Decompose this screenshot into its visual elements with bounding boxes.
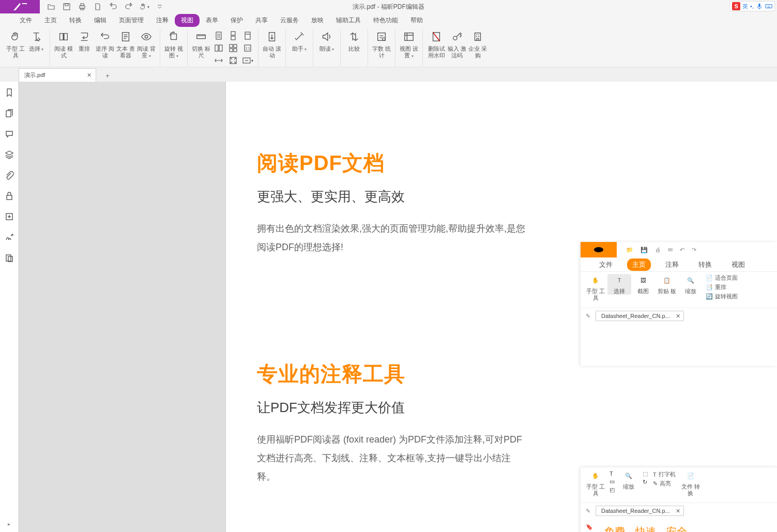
close-tab-icon[interactable]: ✕ [85, 71, 93, 79]
text-select-icon: T [613, 274, 626, 286]
zoom-icon: 🔍 [684, 274, 697, 286]
attachments-icon[interactable] [4, 170, 15, 181]
svg-rect-25 [378, 33, 386, 41]
enterprise-button[interactable]: 企业 采购 [467, 29, 488, 65]
view-settings-button[interactable]: 视图 设置 [399, 29, 419, 65]
menu-共享[interactable]: 共享 [249, 14, 274, 27]
svg-point-36 [594, 247, 603, 252]
security-icon[interactable] [4, 190, 15, 202]
qat-customize-icon[interactable] [155, 2, 165, 12]
signatures-icon[interactable] [4, 232, 15, 243]
reflow-icon [78, 30, 91, 43]
menu-辅助工具[interactable]: 辅助工具 [330, 14, 367, 27]
word-count-button[interactable]: 字数 统计 [371, 29, 392, 65]
remove-trial-watermark-button[interactable]: 删除试 用水印 [426, 29, 447, 65]
new-tab-button[interactable]: ＋ [101, 69, 114, 82]
inset1-menu-主页: 主页 [627, 259, 651, 271]
menu-编辑[interactable]: 编辑 [88, 14, 113, 27]
new-doc-icon[interactable] [93, 2, 103, 12]
reverse-read-button[interactable]: 逆序 阅读 [95, 29, 115, 65]
menu-特色功能[interactable]: 特色功能 [367, 14, 404, 27]
hand-tool-button[interactable]: 手型 工具 [5, 29, 26, 65]
read-background-button[interactable]: 阅读 背景 [136, 29, 157, 65]
inset1-clipboard-button: 📋剪贴 板 [655, 274, 679, 295]
open-icon[interactable] [46, 2, 56, 12]
menu-表单[interactable]: 表单 [200, 14, 224, 27]
hand-dropdown-icon[interactable]: ▾ [139, 2, 149, 12]
read-aloud-button[interactable]: 朗读 [316, 29, 337, 65]
comments-icon[interactable] [4, 128, 15, 140]
toggle-ruler-button[interactable]: 切换 标尺 [191, 29, 211, 65]
fields-icon[interactable] [4, 211, 15, 222]
fit-visible-button[interactable]: ▾ [240, 55, 255, 66]
inset1-logo [581, 242, 617, 257]
page-single-button[interactable] [211, 30, 226, 41]
inset1-zoom-button: 🔍缩放 [679, 274, 703, 295]
menu-转换[interactable]: 转换 [63, 14, 88, 27]
fit-page-button[interactable] [226, 55, 240, 66]
menu-保护[interactable]: 保护 [224, 14, 249, 27]
wordcount-icon [375, 30, 388, 43]
pages-icon[interactable] [4, 108, 15, 119]
ribbon: 手型 工具 选择 阅读 模式 重排 逆序 阅读 文本 查看器 阅读 背景 旋转 … [0, 27, 777, 67]
fit-width-button[interactable] [211, 55, 226, 66]
menu-注释[interactable]: 注释 [150, 14, 175, 27]
inset1-reflow: 📑 重排 [706, 283, 738, 291]
svg-point-7 [145, 35, 148, 38]
menu-帮助[interactable]: 帮助 [404, 14, 429, 27]
menu-主页[interactable]: 主页 [38, 14, 63, 27]
inset1-menubar: 文件主页注释转换视图 [581, 257, 777, 272]
document-viewport[interactable]: 阅读PDF文档 更强大、更实用、更高效 拥有出色的文档渲染效果,强大的页面管理功… [19, 82, 777, 532]
app-logo [0, 0, 40, 13]
redo-icon[interactable] [124, 2, 134, 12]
svg-rect-27 [405, 33, 414, 41]
menu-文件[interactable]: 文件 [13, 14, 38, 27]
save-icon[interactable] [62, 2, 72, 12]
svg-rect-16 [234, 44, 237, 48]
actual-size-button[interactable]: 1:1 [240, 42, 255, 54]
close-icon: ✕ [676, 313, 680, 320]
assistant-button[interactable]: 助手 [289, 29, 310, 65]
wand-icon [293, 30, 306, 43]
doc-convert-icon: 📄 [684, 469, 697, 482]
zoom-icon: 🔍 [622, 469, 635, 482]
select-tool-button[interactable]: 选择 [26, 29, 47, 65]
svg-rect-20 [245, 32, 250, 39]
print-icon[interactable] [77, 2, 87, 12]
articles-icon[interactable] [4, 252, 15, 264]
svg-rect-17 [230, 49, 233, 52]
menu-云服务[interactable]: 云服务 [274, 14, 305, 27]
read-mode-button[interactable]: 阅读 模式 [53, 29, 74, 65]
clipboard-icon: 📋 [661, 274, 673, 286]
ime-indicator[interactable]: S 英 •, [729, 1, 775, 11]
compare-button[interactable]: 比较 [344, 29, 364, 65]
auto-scroll-button[interactable]: 自动 滚动 [262, 29, 282, 65]
inset1-snapshot-button: 🖼截图 [631, 274, 655, 295]
svg-rect-32 [7, 195, 12, 200]
bookmarks-icon[interactable] [4, 87, 15, 98]
panel-collapse-icon[interactable]: ▸ [8, 521, 10, 527]
inset1-menu-转换: 转换 [693, 259, 717, 271]
text-viewer-button[interactable]: 文本 查看器 [115, 29, 136, 65]
menu-视图[interactable]: 视图 [175, 14, 200, 27]
inset1-menu-视图: 视图 [726, 259, 750, 271]
activate-button[interactable]: 输入 激活码 [447, 29, 467, 65]
svg-rect-14 [231, 36, 235, 40]
undo-icon[interactable] [108, 2, 118, 12]
close-icon: ✕ [676, 508, 680, 514]
navigation-panel: ▸ [0, 82, 19, 532]
reflow-button[interactable]: 重排 [74, 29, 95, 65]
page-facing-button[interactable] [211, 42, 226, 54]
menu-放映[interactable]: 放映 [305, 14, 330, 27]
menu-页面管理[interactable]: 页面管理 [113, 14, 150, 27]
ime-logo-icon: S [732, 2, 740, 10]
no-watermark-icon [430, 30, 443, 43]
cover-page-button[interactable] [240, 30, 255, 41]
page-continuous-button[interactable] [226, 30, 240, 41]
rotate-view-button[interactable]: 旋转 视图 [163, 29, 184, 65]
layers-icon[interactable] [4, 149, 15, 160]
document-tab[interactable]: 演示.pdf ✕ [19, 68, 96, 82]
inset1-redo-icon: ↷ [692, 247, 696, 253]
inset2-heading: 免费、快速、安全 [604, 525, 727, 532]
page-cont-facing-button[interactable] [226, 42, 240, 54]
